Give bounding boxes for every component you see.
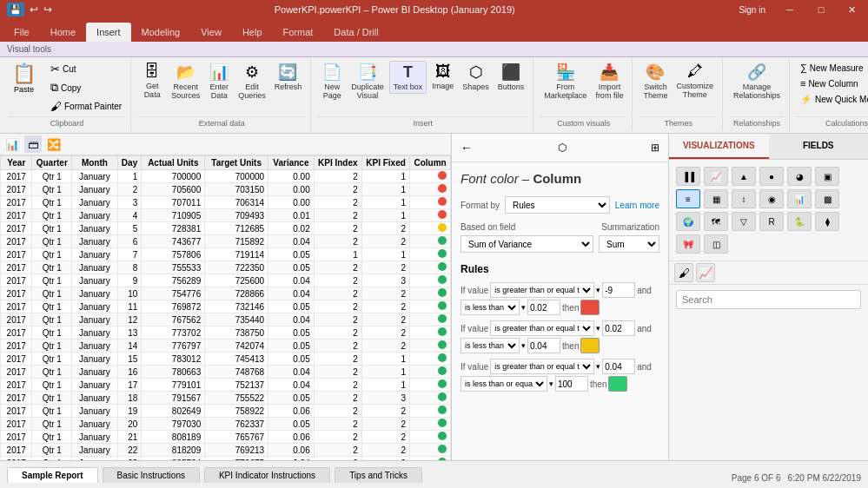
duplicate-page-button[interactable]: 📑 DuplicateVisual	[348, 61, 388, 102]
value1-input-1[interactable]	[602, 320, 635, 336]
condition1-select-2[interactable]: is greater than or equal to	[490, 359, 594, 374]
viz-icon-bar[interactable]: ▐▐	[676, 167, 700, 186]
value2-input-0[interactable]	[527, 300, 560, 315]
col-header-kpi-index[interactable]: KPI Index	[314, 156, 361, 170]
col-header-quarter[interactable]: Quarter	[32, 156, 72, 170]
paste-button[interactable]: 📋 Paste	[9, 61, 45, 96]
table-row[interactable]: 2017Qtr 1January198026497589220.0622	[1, 405, 451, 418]
condition2-select-1[interactable]: is less than	[461, 338, 520, 353]
refresh-button[interactable]: 🔄 Refresh	[271, 61, 306, 93]
ribbon-tab-data-/-drill[interactable]: Data / Drill	[323, 23, 388, 42]
viz-icon-card[interactable]: ▣	[815, 167, 839, 186]
based-on-field-select[interactable]: Sum of Variance	[461, 235, 593, 253]
maximize-button[interactable]: □	[805, 0, 837, 19]
viz-icon-treemap[interactable]: ▩	[815, 189, 839, 208]
ribbon-tab-format[interactable]: Format	[273, 23, 324, 42]
viz-icon-line[interactable]: 📈	[704, 167, 728, 186]
value1-input-0[interactable]	[602, 282, 635, 298]
table-row[interactable]: 2017Qtr 1January207970307623370.0522	[1, 418, 451, 431]
ribbon-tab-help[interactable]: Help	[232, 23, 273, 42]
text-box-button[interactable]: T Text box	[389, 61, 427, 94]
table-row[interactable]: 2017Qtr 1January67436777158920.0422	[1, 235, 451, 248]
customize-theme-button[interactable]: 🖍 CustomizeTheme	[673, 61, 717, 101]
viz-icon-matrix[interactable]: ▦	[704, 189, 728, 208]
data-view-icon[interactable]: 🗃	[24, 135, 42, 153]
table-row[interactable]: 2017Qtr 1January47109057094930.0121	[1, 209, 451, 222]
col-header-kpi-fixed[interactable]: KPI Fixed	[361, 156, 409, 170]
condition2-select-0[interactable]: is less than	[461, 300, 520, 315]
table-row[interactable]: 2017Qtr 1January228182097692130.0622	[1, 444, 451, 457]
cut-button[interactable]: ✂Cut	[47, 61, 125, 77]
copy-button[interactable]: ⧉Copy	[47, 79, 125, 96]
table-row[interactable]: 2017Qtr 1January177791017521370.0421	[1, 379, 451, 392]
viz-icon-gauge[interactable]: ◉	[759, 189, 784, 208]
viz-icon-kpi[interactable]: 📊	[787, 189, 812, 208]
condition2-select-2[interactable]: is less than or equal to	[461, 376, 547, 392]
table-row[interactable]: 2017Qtr 1January157830127454130.0521	[1, 353, 451, 366]
recent-sources-button[interactable]: 📂 RecentSources	[168, 61, 203, 102]
table-row[interactable]: 2017Qtr 1January167806637487680.0421	[1, 366, 451, 379]
col-header-month[interactable]: Month	[72, 156, 118, 170]
redo-icon[interactable]: ↪	[43, 3, 52, 16]
fields-tab[interactable]: FIELDS	[769, 134, 869, 159]
viz-icon-area[interactable]: ▲	[732, 167, 756, 186]
get-data-button[interactable]: 🗄 GetData	[138, 61, 166, 101]
col-header-target-units[interactable]: Target Units	[205, 156, 268, 170]
value2-input-2[interactable]	[555, 376, 588, 392]
viz-icon-ribbon[interactable]: 🎀	[676, 234, 700, 254]
table-row[interactable]: 2017Qtr 1January127675627354400.0422	[1, 313, 451, 326]
col-header-column[interactable]: Column	[410, 156, 451, 170]
new-measure-button[interactable]: ∑New Measure	[797, 61, 868, 75]
status-tab-kpi-indicator-instructions[interactable]: KPI Indicator Instructions	[204, 467, 330, 483]
table-row[interactable]: 2017Qtr 1January87555337223500.0522	[1, 261, 451, 274]
viz-icon-scatter[interactable]: ●	[759, 167, 784, 186]
manage-relationships-button[interactable]: 🔗 ManageRelationships	[730, 61, 784, 102]
table-wrapper[interactable]: YearQuarterMonthDayActual UnitsTarget Un…	[0, 155, 451, 460]
value1-input-2[interactable]	[602, 359, 635, 374]
table-row[interactable]: 2017Qtr 1January137737027387500.0522	[1, 326, 451, 340]
panel-grid-icon[interactable]: ⊞	[651, 142, 659, 154]
table-row[interactable]: 2017Qtr 1January27056007031500.0021	[1, 183, 451, 196]
image-button[interactable]: 🖼 Image	[428, 61, 457, 92]
table-row[interactable]: 2017Qtr 1January117698727321460.0522	[1, 300, 451, 313]
viz-icon-table[interactable]: ≡	[676, 189, 700, 208]
report-view-icon[interactable]: 📊	[3, 135, 21, 153]
color-swatch-1[interactable]	[580, 338, 600, 353]
panel-expand-icon[interactable]: ⬡	[558, 142, 567, 154]
viz-icon-pie[interactable]: ◕	[787, 167, 812, 186]
viz-icon-py[interactable]: 🐍	[787, 212, 812, 231]
enter-data-button[interactable]: 📊 EnterData	[205, 61, 233, 102]
undo-icon[interactable]: ↩	[30, 3, 38, 16]
switch-theme-button[interactable]: 🎨 SwitchTheme	[639, 61, 671, 102]
color-swatch-0[interactable]	[580, 300, 600, 315]
fields-search-input[interactable]	[676, 290, 861, 309]
table-row[interactable]: 2017Qtr 1January238057647726750.0422	[1, 457, 451, 461]
ribbon-tab-modeling[interactable]: Modeling	[131, 23, 191, 42]
table-row[interactable]: 2017Qtr 1January37070117063140.0021	[1, 196, 451, 209]
table-row[interactable]: 2017Qtr 1January187915677555220.0523	[1, 392, 451, 405]
ribbon-tab-view[interactable]: View	[190, 23, 232, 42]
learn-more-link[interactable]: Learn more	[615, 201, 659, 210]
col-header-variance[interactable]: Variance	[268, 156, 315, 170]
condition1-select-1[interactable]: is greater than or equal to	[490, 320, 594, 336]
model-view-icon[interactable]: 🔀	[45, 135, 63, 153]
viz-icon-waterfall[interactable]: ↕	[732, 189, 756, 208]
table-row[interactable]: 2017Qtr 1January17000007000000.0021	[1, 170, 451, 183]
format-painter-button[interactable]: 🖌Format Painter	[47, 98, 125, 115]
new-quick-measure-button[interactable]: ⚡New Quick Measure	[797, 92, 868, 107]
analytics-icon[interactable]: 📈	[696, 263, 715, 282]
import-from-file-button[interactable]: 📥 Importfrom file	[592, 61, 626, 102]
status-tab-tips-and-tricks[interactable]: Tips and Tricks	[335, 467, 422, 483]
table-row[interactable]: 2017Qtr 1January97562897256000.0423	[1, 274, 451, 287]
col-header-year[interactable]: Year	[1, 156, 32, 170]
table-row[interactable]: 2017Qtr 1January218081897657670.0622	[1, 431, 451, 444]
format-by-select[interactable]: Rules	[505, 196, 610, 214]
shapes-button[interactable]: ⬡ Shapes	[459, 61, 493, 93]
new-column-button[interactable]: ≡New Column	[797, 76, 868, 90]
condition1-select-0[interactable]: is greater than or equal to	[490, 282, 594, 298]
table-row[interactable]: 2017Qtr 1January107547767288660.0422	[1, 287, 451, 300]
close-button[interactable]: ✕	[837, 0, 868, 19]
minimize-button[interactable]: ─	[774, 0, 805, 19]
summarization-select[interactable]: Sum	[599, 235, 659, 253]
viz-icon-funnel[interactable]: ▽	[732, 212, 756, 231]
